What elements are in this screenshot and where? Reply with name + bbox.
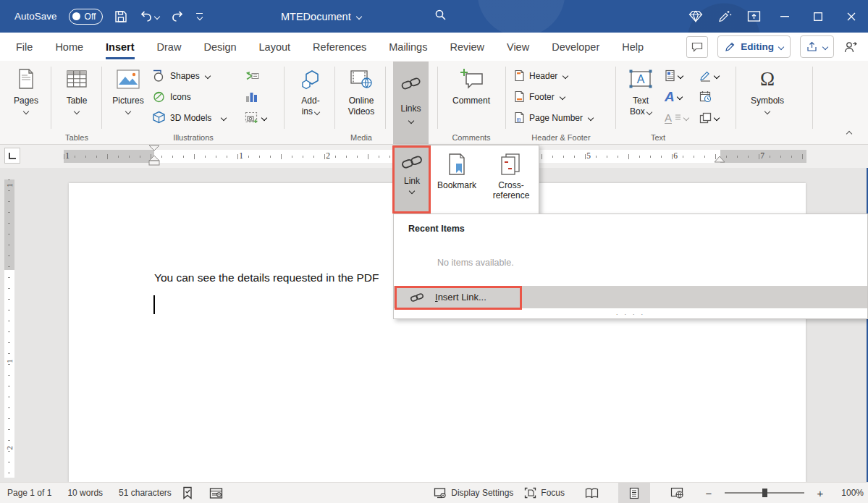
addins-icon — [300, 66, 321, 92]
chart-button[interactable] — [245, 86, 266, 107]
collapse-ribbon-button[interactable] — [846, 131, 852, 137]
ruler-number: 7 — [757, 151, 767, 160]
page-number-button[interactable]: Page Number — [514, 107, 593, 128]
screenshot-chevron-icon — [261, 114, 267, 120]
pages-button[interactable]: Pages — [6, 64, 46, 114]
footer-chevron-icon — [559, 93, 565, 99]
editing-mode-button[interactable]: Editing — [717, 35, 791, 58]
read-mode-button[interactable] — [576, 483, 607, 503]
editing-chevron-icon — [778, 43, 784, 49]
tab-help[interactable]: Help — [622, 33, 644, 61]
smartart-button[interactable] — [245, 65, 266, 86]
minimize-button[interactable] — [768, 0, 801, 33]
redo-button[interactable] — [171, 10, 185, 22]
screenshot-button[interactable] — [245, 107, 266, 128]
tab-design[interactable]: Design — [203, 33, 236, 61]
drop-cap-chevron-icon — [683, 114, 689, 120]
right-indent-marker[interactable] — [714, 156, 725, 163]
symbols-button[interactable]: Ω Symbols — [747, 64, 788, 114]
tab-review[interactable]: Review — [450, 33, 484, 61]
tab-developer[interactable]: Developer — [552, 33, 599, 61]
title-bar: AutoSave Off MTEDocument — [0, 0, 868, 33]
display-settings-button[interactable]: Display Settings — [434, 487, 513, 499]
comment-button[interactable]: Comment — [443, 64, 500, 106]
recent-items-header: Recent Items — [394, 214, 867, 234]
close-button[interactable] — [835, 0, 868, 33]
divider — [334, 67, 335, 129]
proofing-icon[interactable] — [182, 486, 193, 499]
shapes-button[interactable]: Shapes — [152, 65, 226, 86]
focus-label: Focus — [541, 488, 565, 498]
comments-button[interactable] — [686, 36, 708, 58]
tab-references[interactable]: References — [313, 33, 366, 61]
status-bar: Page 1 of 1 10 words 51 characters Displ… — [0, 482, 868, 503]
shapes-icon — [152, 69, 166, 82]
date-time-button[interactable] — [699, 86, 719, 107]
media-group-label: Media — [340, 133, 382, 142]
word-count[interactable]: 10 words — [67, 488, 103, 498]
chart-icon — [245, 90, 258, 103]
premium-diamond-icon[interactable] — [681, 10, 710, 22]
signature-line-button[interactable] — [699, 65, 719, 86]
header-button[interactable]: Header — [514, 65, 593, 86]
pictures-label: Pictures — [112, 96, 143, 106]
table-button[interactable]: Table — [56, 64, 97, 114]
tab-mailings[interactable]: Mailings — [389, 33, 427, 61]
header-icon — [514, 69, 525, 82]
save-icon[interactable] — [114, 10, 127, 23]
customize-quick-access-button[interactable] — [196, 13, 203, 20]
indent-markers[interactable] — [148, 143, 160, 166]
vertical-ruler[interactable]: 1 1 2 — [4, 179, 14, 478]
zoom-level[interactable]: 100% — [836, 488, 864, 498]
character-count[interactable]: 51 characters — [119, 488, 172, 498]
quick-parts-chevron-icon — [678, 72, 683, 78]
zoom-slider-thumb[interactable] — [762, 489, 767, 497]
divider — [437, 67, 438, 129]
ribbon-display-options-icon[interactable] — [739, 10, 768, 22]
menu-cross-reference-button[interactable]: Cross-reference — [484, 145, 539, 214]
omega-icon: Ω — [760, 66, 775, 92]
document-title[interactable]: MTEDocument — [281, 0, 361, 33]
contacts-icon[interactable] — [843, 41, 858, 54]
text-box-icon: A — [628, 66, 654, 92]
quick-parts-button[interactable] — [665, 65, 688, 86]
addins-button[interactable]: Add- ins — [290, 64, 332, 117]
share-button[interactable] — [800, 35, 834, 58]
tab-home[interactable]: Home — [55, 33, 83, 61]
page-indicator[interactable]: Page 1 of 1 — [7, 488, 51, 498]
tab-layout[interactable]: Layout — [259, 33, 291, 61]
zoom-out-button[interactable]: − — [704, 487, 714, 499]
menu-resize-grip[interactable]: · · · · — [394, 310, 867, 318]
divider — [284, 67, 285, 129]
maximize-button[interactable] — [801, 0, 835, 33]
menu-bookmark-button[interactable]: Bookmark — [430, 145, 484, 214]
symbols-chevron-icon — [764, 109, 770, 114]
object-button[interactable] — [699, 107, 719, 128]
zoom-slider[interactable] — [725, 492, 804, 494]
quick-parts-icon — [665, 69, 675, 82]
wordart-button[interactable]: A — [665, 86, 688, 107]
drop-cap-button[interactable]: A — [665, 107, 688, 128]
links-button[interactable]: Links — [393, 62, 429, 144]
editor-pen-icon[interactable] — [710, 9, 739, 24]
3d-models-button[interactable]: 3D Models — [152, 107, 226, 128]
pictures-button[interactable]: Pictures — [107, 64, 149, 114]
web-layout-button[interactable] — [661, 483, 693, 503]
undo-button[interactable] — [139, 10, 159, 22]
tab-draw[interactable]: Draw — [157, 33, 182, 61]
online-videos-button[interactable]: OnlineVideos — [340, 64, 382, 117]
footer-button[interactable]: Footer — [514, 86, 593, 107]
text-box-button[interactable]: A Text Box — [621, 64, 660, 117]
tab-stop-selector[interactable] — [4, 148, 20, 164]
tab-view[interactable]: View — [507, 33, 529, 61]
icons-button[interactable]: Icons — [152, 86, 226, 107]
focus-button[interactable]: Focus — [524, 487, 565, 499]
tab-file[interactable]: File — [16, 33, 33, 61]
object-chevron-icon — [714, 114, 720, 120]
zoom-in-button[interactable]: + — [815, 487, 825, 499]
search-icon[interactable] — [434, 9, 447, 21]
tab-insert[interactable]: Insert — [106, 33, 135, 61]
print-layout-button[interactable] — [618, 483, 650, 503]
accessibility-icon[interactable] — [209, 487, 223, 499]
autosave-toggle[interactable]: Off — [69, 9, 104, 25]
